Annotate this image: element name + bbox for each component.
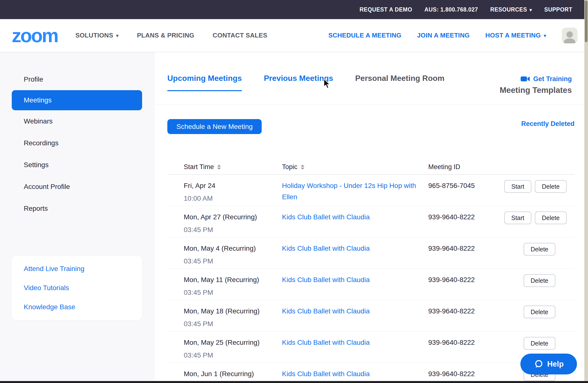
- sidebar: ProfileMeetingsWebinarsRecordingsSetting…: [0, 52, 155, 383]
- column-header-meeting-id: Meeting ID: [428, 163, 504, 171]
- help-button[interactable]: Help: [520, 354, 577, 374]
- site-header: zoom SOLUTIONS▾PLANS & PRICINGCONTACT SA…: [0, 19, 588, 52]
- meetings-tabs: Upcoming MeetingsPrevious MeetingsPerson…: [167, 74, 444, 91]
- start-time-cell: Mon, May 25 (Recurring) 03:45 PM: [184, 332, 282, 360]
- sidebar-item-recordings[interactable]: Recordings: [0, 132, 155, 154]
- meeting-topic-link[interactable]: Kids Club Ballet with Claudia: [282, 368, 370, 380]
- meeting-date: Mon, May 11 (Recurring): [184, 276, 282, 284]
- meeting-topic-link[interactable]: Kids Club Ballet with Claudia: [282, 306, 370, 317]
- sidebar-link-knowledge-base[interactable]: Knowledge Base: [12, 298, 142, 317]
- tab-personal-meeting-room[interactable]: Personal Meeting Room: [355, 74, 445, 91]
- meeting-topic-link[interactable]: Holiday Workshop - Under 12s Hip Hop wit…: [282, 180, 421, 203]
- meeting-topic-link[interactable]: Kids Club Ballet with Claudia: [282, 243, 370, 254]
- row-actions: Delete: [504, 243, 574, 255]
- topbar-link-request-a-demo[interactable]: REQUEST A DEMO: [359, 6, 412, 13]
- sidebar-link-attend-live-training[interactable]: Attend Live Training: [12, 259, 142, 278]
- meeting-date: Mon, Apr 27 (Recurring): [184, 213, 282, 221]
- row-actions: Delete: [504, 306, 574, 318]
- sort-icon: [301, 165, 304, 170]
- start-meeting-button[interactable]: Start: [504, 180, 531, 193]
- topbar-link-resources[interactable]: RESOURCES▾: [490, 6, 532, 13]
- header-action-join-a-meeting[interactable]: JOIN A MEETING: [417, 32, 470, 39]
- zoom-logo[interactable]: zoom: [12, 26, 58, 45]
- recently-deleted-link[interactable]: Recently Deleted: [521, 119, 574, 129]
- column-header-start-time[interactable]: Start Time: [184, 163, 282, 171]
- meeting-id: 939-9640-8222: [428, 338, 504, 347]
- meeting-date: Mon, May 25 (Recurring): [184, 338, 282, 347]
- column-header-topic[interactable]: Topic: [282, 163, 428, 171]
- meetings-table-header: Start TimeTopicMeeting ID: [167, 160, 574, 175]
- header-action-schedule-a-meeting[interactable]: SCHEDULE A MEETING: [328, 32, 401, 39]
- meeting-id: 939-9640-8222: [428, 307, 504, 316]
- topic-cell: Kids Club Ballet with Claudia: [282, 243, 428, 254]
- topic-cell: Kids Club Ballet with Claudia: [282, 337, 428, 348]
- meeting-topic-link[interactable]: Kids Club Ballet with Claudia: [282, 337, 370, 348]
- table-row: Mon, Jun 1 (Recurring) Kids Club Ballet …: [167, 363, 574, 383]
- meeting-date: Mon, May 4 (Recurring): [184, 244, 282, 253]
- header-action-host-a-meeting[interactable]: HOST A MEETING▾: [485, 32, 546, 39]
- main-nav: SOLUTIONS▾PLANS & PRICINGCONTACT SALES: [75, 32, 267, 39]
- start-meeting-button[interactable]: Start: [504, 212, 531, 224]
- chevron-down-icon: ▾: [116, 33, 119, 38]
- meeting-time: 03:45 PM: [184, 225, 282, 234]
- table-row: Mon, May 18 (Recurring) 03:45 PM Kids Cl…: [167, 300, 574, 332]
- meetings-table-body: Fri, Apr 24 10:00 AM Holiday Workshop - …: [167, 175, 574, 383]
- start-time-cell: Mon, May 18 (Recurring) 03:45 PM: [184, 300, 282, 328]
- sidebar-nav: ProfileMeetingsWebinarsRecordingsSetting…: [0, 68, 155, 219]
- delete-meeting-button[interactable]: Delete: [524, 306, 555, 318]
- start-time-cell: Mon, May 4 (Recurring) 03:45 PM: [184, 237, 282, 266]
- meeting-time: 10:00 AM: [184, 194, 282, 203]
- meeting-id: 939-9640-8222: [428, 244, 504, 253]
- meeting-id: 965-8756-7045: [428, 181, 504, 190]
- sidebar-item-profile[interactable]: Profile: [0, 68, 155, 90]
- sidebar-link-video-tutorials[interactable]: Video Tutorials: [12, 278, 142, 298]
- start-time-cell: Mon, May 11 (Recurring) 03:45 PM: [184, 269, 282, 297]
- get-training-link[interactable]: Get Training: [500, 74, 572, 83]
- meeting-templates-link[interactable]: Meeting Templates: [500, 85, 572, 96]
- topic-cell: Kids Club Ballet with Claudia: [282, 212, 428, 223]
- delete-meeting-button[interactable]: Delete: [535, 180, 567, 193]
- scrollbar-thumb[interactable]: [585, 0, 588, 42]
- sidebar-item-reports[interactable]: Reports: [0, 197, 155, 219]
- main-panel: Upcoming MeetingsPrevious MeetingsPerson…: [155, 52, 588, 383]
- delete-meeting-button[interactable]: Delete: [524, 243, 555, 255]
- video-camera-icon: [521, 76, 530, 82]
- user-avatar[interactable]: [562, 28, 577, 43]
- nav-item-contact-sales[interactable]: CONTACT SALES: [213, 32, 267, 39]
- delete-meeting-button[interactable]: Delete: [524, 274, 555, 287]
- meeting-id: 939-9640-8222: [428, 276, 504, 284]
- get-training-label: Get Training: [533, 74, 572, 83]
- nav-item-solutions[interactable]: SOLUTIONS▾: [75, 32, 119, 39]
- meeting-time: 03:45 PM: [184, 257, 282, 266]
- chevron-down-icon: ▾: [529, 8, 532, 12]
- topbar-link-support[interactable]: SUPPORT: [544, 6, 572, 13]
- meetings-table: Start TimeTopicMeeting ID Fri, Apr 24 10…: [167, 160, 574, 383]
- sidebar-item-meetings[interactable]: Meetings: [12, 90, 142, 110]
- meeting-topic-link[interactable]: Kids Club Ballet with Claudia: [282, 212, 370, 223]
- topic-cell: Holiday Workshop - Under 12s Hip Hop wit…: [282, 180, 428, 203]
- tab-previous-meetings[interactable]: Previous Meetings: [264, 74, 333, 91]
- nav-item-plans-pricing[interactable]: PLANS & PRICING: [137, 32, 194, 39]
- sidebar-help-card: Attend Live TrainingVideo TutorialsKnowl…: [12, 256, 142, 320]
- topic-cell: Kids Club Ballet with Claudia: [282, 368, 428, 380]
- meeting-date: Mon, Jun 1 (Recurring): [184, 369, 282, 378]
- bottom-edge: [0, 381, 588, 383]
- delete-meeting-button[interactable]: Delete: [535, 212, 567, 224]
- row-actions: Delete: [504, 337, 574, 350]
- meeting-time: 03:45 PM: [184, 319, 282, 328]
- tabs-divider: [155, 105, 588, 105]
- topbar-link-aus-1-800-768-027[interactable]: AUS: 1.800.768.027: [424, 6, 478, 13]
- scrollbar[interactable]: [584, 0, 588, 383]
- sidebar-item-account-profile[interactable]: Account Profile: [0, 176, 155, 197]
- chat-bubble-icon: [534, 359, 544, 369]
- page-content: ProfileMeetingsWebinarsRecordingsSetting…: [0, 52, 588, 383]
- start-time-cell: Mon, Jun 1 (Recurring): [184, 363, 282, 378]
- sidebar-item-settings[interactable]: Settings: [0, 154, 155, 176]
- tab-upcoming-meetings[interactable]: Upcoming Meetings: [167, 74, 242, 91]
- chevron-down-icon: ▾: [544, 33, 546, 38]
- sidebar-item-webinars[interactable]: Webinars: [0, 110, 155, 132]
- delete-meeting-button[interactable]: Delete: [524, 337, 555, 350]
- schedule-new-meeting-button[interactable]: Schedule a New Meeting: [167, 119, 262, 134]
- meeting-topic-link[interactable]: Kids Club Ballet with Claudia: [282, 274, 370, 285]
- topbar: REQUEST A DEMOAUS: 1.800.768.027RESOURCE…: [0, 0, 588, 19]
